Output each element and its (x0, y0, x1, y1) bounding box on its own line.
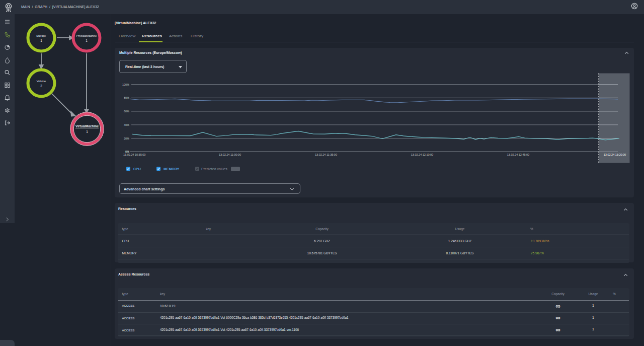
svg-text:13.02.24 11:00:00: 13.02.24 11:00:00 (219, 153, 241, 156)
svg-text:60%: 60% (124, 110, 129, 113)
svg-text:13.02.24 11:35:00: 13.02.24 11:35:00 (315, 153, 337, 156)
svg-text:1: 1 (86, 130, 88, 133)
svg-text:13.02.24 13:20:00: 13.02.24 13:20:00 (604, 153, 626, 156)
svg-text:1: 1 (40, 39, 42, 42)
svg-text:13.02.24 12:10:00: 13.02.24 12:10:00 (411, 153, 433, 156)
svg-text:2: 2 (40, 84, 42, 88)
svg-text:Storage: Storage (36, 34, 46, 37)
svg-text:100%: 100% (122, 83, 129, 86)
svg-text:40%: 40% (124, 123, 129, 126)
svg-text:13.02.24 12:45:00: 13.02.24 12:45:00 (507, 153, 529, 156)
svg-text:1: 1 (86, 39, 88, 42)
svg-text:Volume: Volume (37, 80, 46, 83)
svg-text:PhysicalMachine: PhysicalMachine (76, 34, 97, 37)
svg-text:80%: 80% (124, 96, 129, 99)
svg-text:20%: 20% (124, 137, 129, 140)
svg-text:13.02.24 10:35:00: 13.02.24 10:35:00 (123, 153, 145, 156)
svg-text:VirtualMachine: VirtualMachine (75, 124, 99, 128)
